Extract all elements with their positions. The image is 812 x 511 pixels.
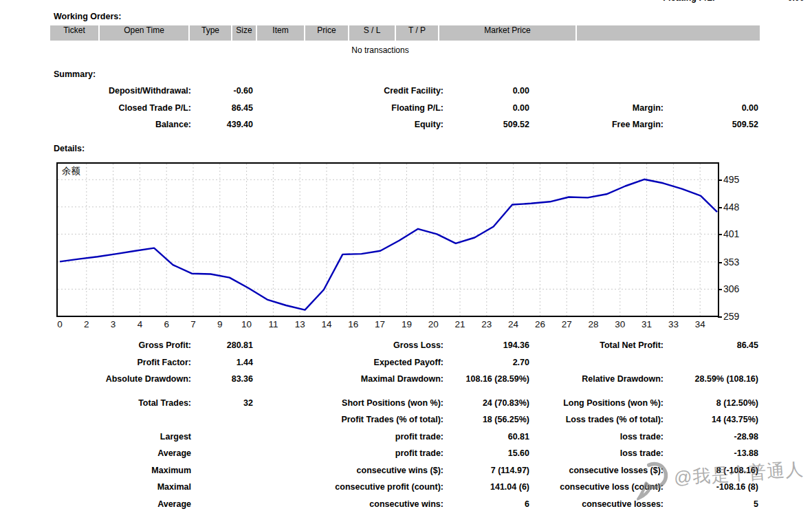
stat-value: 83.36 bbox=[191, 374, 253, 384]
stat-label: Short Positions (won %): bbox=[253, 398, 443, 408]
stat-label: Average bbox=[50, 499, 191, 509]
stat-value: 439.40 bbox=[191, 120, 253, 129]
stat-label: Absolute Drawdown: bbox=[50, 374, 191, 384]
x-tick-label: 23 bbox=[481, 319, 492, 329]
y-tick-label: 448 bbox=[723, 202, 739, 213]
x-tick-label: 19 bbox=[402, 319, 412, 329]
x-tick-label: 7 bbox=[190, 319, 196, 329]
stat-value bbox=[663, 358, 758, 367]
stat-label: Free Margin: bbox=[529, 120, 663, 129]
stat-value: 14 (43.75%) bbox=[663, 415, 758, 424]
stat-value bbox=[191, 432, 253, 442]
x-tick-label: 20 bbox=[428, 319, 439, 329]
stat-label: Closed Trade P/L: bbox=[50, 103, 191, 113]
stat-label bbox=[50, 415, 191, 424]
stat-label: consecutive wins ($): bbox=[253, 466, 443, 475]
stat-label: consecutive losses: bbox=[529, 499, 663, 509]
floating-pl-label: Floating P/L: bbox=[50, 0, 715, 3]
stat-row: Gross Profit:280.81Gross Loss:194.36Tota… bbox=[50, 340, 758, 350]
working-orders-header: TicketOpen TimeTypeSizeItemPriceS / LT /… bbox=[50, 25, 761, 41]
stat-value: 5 bbox=[663, 499, 758, 509]
stat-label: loss trade: bbox=[529, 448, 663, 458]
x-tick-label: 13 bbox=[295, 319, 305, 329]
x-tick-label: 2 bbox=[84, 319, 89, 329]
x-tick-label: 16 bbox=[348, 319, 358, 329]
x-tick-label: 24 bbox=[508, 319, 518, 329]
stat-row: Averageconsecutive wins:6consecutive los… bbox=[50, 499, 758, 509]
column-header-price: Price bbox=[305, 25, 348, 41]
x-tick-label: 10 bbox=[241, 319, 252, 329]
stat-label: Credit Facility: bbox=[253, 86, 443, 96]
x-tick-label: 9 bbox=[217, 319, 223, 329]
summary-title: Summary: bbox=[54, 69, 96, 79]
watermark-logo-icon bbox=[634, 458, 672, 500]
details-title: Details: bbox=[54, 144, 85, 153]
stat-value: -0.60 bbox=[191, 86, 253, 96]
stat-value: 24 (70.83%) bbox=[443, 398, 529, 408]
stat-value bbox=[191, 482, 253, 492]
stat-label: Relative Drawdown: bbox=[529, 374, 663, 384]
x-tick-label: 27 bbox=[562, 319, 572, 329]
stat-value bbox=[191, 499, 253, 509]
stat-label: Profit Factor: bbox=[50, 358, 191, 367]
stat-label: loss trade: bbox=[529, 432, 663, 442]
column-header-item: Item bbox=[257, 25, 304, 41]
y-tick-label: 495 bbox=[723, 174, 739, 185]
stat-label: Equity: bbox=[253, 120, 443, 129]
stat-label: Largest bbox=[50, 432, 191, 442]
stat-value: 108.16 (28.59%) bbox=[443, 374, 529, 384]
x-tick-label: 21 bbox=[454, 319, 465, 329]
y-tick-label: 306 bbox=[723, 283, 739, 294]
stat-row: Maximumconsecutive wins ($):7 (114.97)co… bbox=[50, 466, 758, 475]
stat-value bbox=[663, 86, 758, 96]
x-tick-label: 14 bbox=[321, 319, 331, 329]
balance-chart: 余额 bbox=[56, 162, 719, 317]
stat-value: 280.81 bbox=[191, 340, 253, 350]
y-tick-label: 353 bbox=[723, 257, 739, 268]
stat-label: Maximum bbox=[50, 466, 191, 475]
x-tick-label: 33 bbox=[668, 319, 679, 329]
working-orders-title: Working Orders: bbox=[54, 12, 121, 21]
stat-value: 1.44 bbox=[191, 358, 253, 367]
stat-label: Long Positions (won %): bbox=[529, 398, 663, 408]
stat-row: Absolute Drawdown:83.36Maximal Drawdown:… bbox=[50, 374, 758, 384]
balance-line-chart-svg bbox=[58, 164, 718, 316]
stat-value: 7 (114.97) bbox=[443, 466, 529, 475]
stat-value: 509.52 bbox=[663, 120, 758, 129]
stat-row: Profit Trades (% of total):18 (56.25%)Lo… bbox=[50, 415, 758, 424]
stat-value: 6 bbox=[443, 499, 529, 509]
stat-value bbox=[191, 466, 253, 475]
x-tick-label: 6 bbox=[164, 319, 169, 329]
stat-label: Profit Trades (% of total): bbox=[253, 415, 443, 424]
stat-row: Largestprofit trade:60.81loss trade:-28.… bbox=[50, 432, 758, 442]
x-tick-label: 11 bbox=[268, 319, 278, 329]
stat-value bbox=[191, 448, 253, 458]
stat-value: 86.45 bbox=[191, 103, 253, 113]
stat-value: 86.45 bbox=[663, 340, 758, 350]
stat-label: consecutive wins: bbox=[253, 499, 443, 509]
stat-label: Margin: bbox=[529, 103, 663, 113]
x-tick-label: 17 bbox=[375, 319, 385, 329]
stat-value: 8 (12.50%) bbox=[663, 398, 758, 408]
stat-label: profit trade: bbox=[253, 432, 443, 442]
column-header-s-l: S / L bbox=[349, 25, 395, 41]
stat-row: Deposit/Withdrawal:-0.60Credit Facility:… bbox=[50, 86, 758, 96]
stat-label: consecutive losses ($): bbox=[529, 466, 663, 475]
stat-label: profit trade: bbox=[253, 448, 443, 458]
no-transactions-text: No transactions bbox=[0, 45, 760, 55]
balance-line bbox=[60, 180, 717, 310]
stat-value: 194.36 bbox=[443, 340, 529, 350]
stat-label: consecutive loss (count): bbox=[529, 482, 663, 492]
stat-row: Total Trades:32Short Positions (won %):2… bbox=[50, 398, 758, 408]
stat-label: Total Trades: bbox=[50, 398, 191, 408]
stat-label: Balance: bbox=[50, 120, 191, 129]
column-header-size: Size bbox=[232, 25, 256, 41]
stat-value: 509.52 bbox=[443, 120, 529, 129]
stat-value: 28.59% (108.16) bbox=[663, 374, 758, 384]
stat-value: 32 bbox=[191, 398, 253, 408]
stat-label: Loss trades (% of total): bbox=[529, 415, 663, 424]
floating-pl-value: 0.00 bbox=[715, 0, 804, 3]
stat-value: 60.81 bbox=[443, 432, 529, 442]
stat-label: Maximal bbox=[50, 482, 191, 492]
stat-label: Floating P/L: bbox=[253, 103, 443, 113]
